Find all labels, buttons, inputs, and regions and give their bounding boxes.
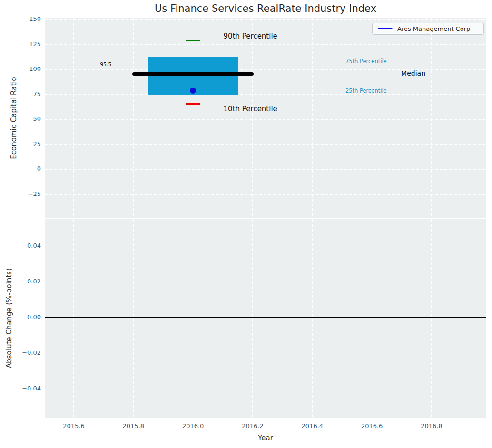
y-tick-label-bottom: −0.04	[0, 385, 41, 392]
y-tick-label-bottom: 0.00	[0, 313, 41, 321]
gridline-horizontal	[45, 144, 486, 145]
bottom-subplot	[45, 219, 486, 418]
gridline-vertical	[133, 18, 134, 218]
gridline-vertical	[193, 219, 193, 418]
annotation-10th-percentile: 10th Percentile	[224, 105, 277, 113]
x-tick-label: 2016.8	[417, 422, 446, 429]
gridline-vertical	[252, 18, 253, 218]
y-tick-label-top: 0	[0, 165, 41, 172]
y-tick-label-top: −25	[0, 190, 41, 197]
legend-label: Ares Management Corp	[397, 25, 470, 32]
y-tick-label-bottom: −0.02	[0, 349, 41, 356]
gridline-horizontal	[45, 246, 486, 246]
y-tick-label-top: 150	[0, 15, 41, 22]
gridline-vertical	[312, 219, 313, 418]
x-tick-label: 2016.4	[298, 422, 326, 429]
chart-title: Us Finance Services RealRate Industry In…	[45, 3, 486, 14]
y-tick-label-top: 100	[0, 65, 41, 72]
y-tick-label-top: 125	[0, 40, 41, 48]
y-tick-label-top: 25	[0, 140, 41, 147]
gridline-horizontal	[45, 94, 486, 95]
top-subplot	[45, 18, 486, 218]
gridline-vertical	[431, 18, 432, 218]
x-tick-label: 2016.6	[358, 422, 386, 429]
boxplot-cap-10th	[186, 103, 200, 105]
gridline-horizontal	[45, 44, 486, 45]
gridline-vertical	[372, 18, 372, 218]
x-tick-label: 2015.8	[119, 422, 148, 429]
gridline-horizontal	[45, 19, 486, 19]
y-tick-label-bottom: 0.02	[0, 278, 41, 285]
annotation-90th-percentile: 90th Percentile	[224, 32, 277, 40]
gridline-horizontal	[45, 169, 486, 169]
gridline-vertical	[372, 219, 372, 418]
gridline-horizontal	[45, 119, 486, 119]
chart-figure: Us Finance Services RealRate Industry In…	[0, 0, 492, 448]
annotation-75th-percentile: 75th Percentile	[345, 58, 387, 65]
y-tick-label-top: 50	[0, 115, 41, 122]
gridline-vertical	[312, 18, 313, 218]
zero-axhline	[45, 317, 486, 318]
gridline-horizontal	[45, 389, 486, 389]
x-axis-label: Year	[45, 434, 486, 442]
annotation-95-5: 95.5	[100, 61, 112, 67]
boxplot-cap-90th	[186, 40, 200, 41]
x-tick-label: 2015.6	[59, 422, 88, 429]
y-tick-label-top: 75	[0, 90, 41, 97]
x-tick-label: 2016.2	[238, 422, 267, 429]
gridline-vertical	[431, 219, 432, 418]
boxplot-median-line	[132, 72, 254, 76]
y-tick-label-bottom: 0.04	[0, 242, 41, 249]
gridline-vertical	[73, 219, 74, 418]
annotation-25th-percentile: 25th Percentile	[345, 88, 387, 94]
legend-box: Ares Management Corp	[372, 23, 484, 35]
gridline-horizontal	[45, 353, 486, 353]
gridline-vertical	[133, 219, 134, 418]
annotation-median: Median	[401, 69, 425, 77]
gridline-vertical	[252, 219, 253, 418]
x-tick-label: 2016.0	[179, 422, 207, 429]
legend-line-swatch	[378, 28, 393, 29]
gridline-horizontal	[45, 282, 486, 282]
gridline-horizontal	[45, 194, 486, 195]
gridline-vertical	[73, 18, 74, 218]
